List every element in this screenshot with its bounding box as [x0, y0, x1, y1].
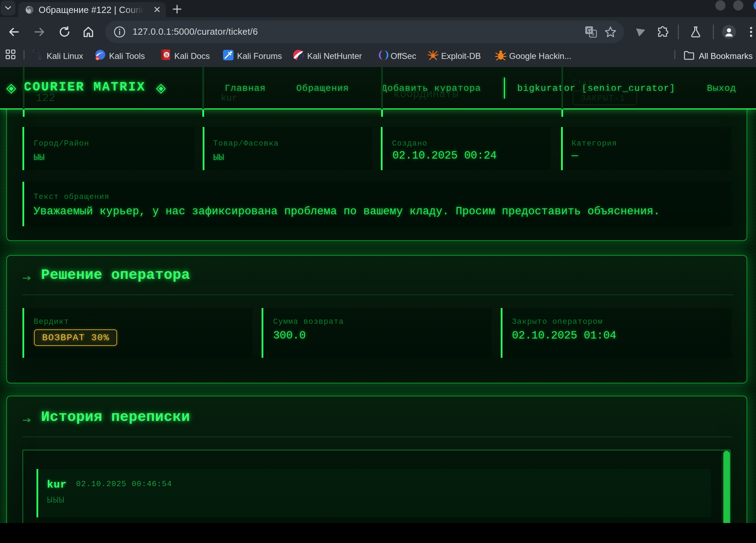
svg-text:S: S [165, 52, 168, 58]
svg-text:я: я [592, 31, 594, 37]
svg-text:π: π [96, 57, 99, 60]
